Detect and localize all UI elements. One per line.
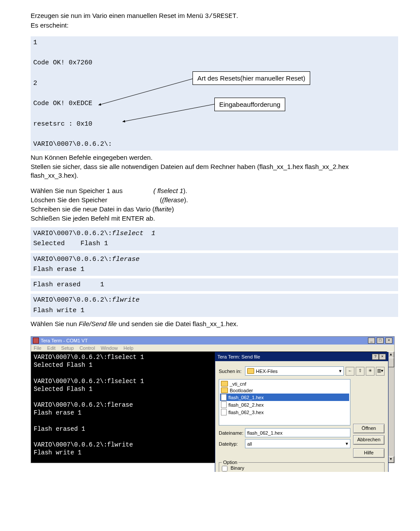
send-file-dialog: Tera Term: Send file ? × Suchen in: HEX-… <box>215 352 388 472</box>
code-block-2d: VARIO\0007\0.0.6.2\:flwrite Flash write … <box>31 294 398 317</box>
code-block-2a: VARIO\0007\0.0.6.2\:flselect 1 Selected … <box>31 227 398 250</box>
filename-label: Dateiname: <box>219 430 245 436</box>
callout-prompt: Eingabeaufforderung <box>214 98 285 111</box>
paragraph-commands-info: Nun Können Befehle eingegeben werden. St… <box>31 153 398 180</box>
list-item[interactable]: flash_062_3.hex <box>220 408 349 416</box>
help-button[interactable]: Hilfe <box>353 448 385 458</box>
maximize-button[interactable]: □ <box>377 338 384 344</box>
menu-file[interactable]: File <box>34 345 42 351</box>
binary-checkbox-label[interactable]: Binary <box>222 465 244 471</box>
dialog-title: Tera Term: Send file <box>217 354 260 359</box>
intro-text: Erzeugen sie nun im Vario einen manuelle… <box>31 12 205 19</box>
lookin-label: Suchen in: <box>219 369 245 374</box>
menu-setup[interactable]: Setup <box>61 345 74 351</box>
file-icon <box>221 394 227 401</box>
binary-checkbox[interactable] <box>222 466 228 471</box>
steps-block: Wählen Sie nun Speicher 1 aus ( flselect… <box>31 186 398 223</box>
folder-icon <box>221 381 228 387</box>
dialog-titlebar: Tera Term: Send file ? × <box>215 352 388 361</box>
menu-window[interactable]: Window <box>101 345 118 351</box>
chevron-down-icon: ▾ <box>339 368 342 374</box>
file-list[interactable]: _vti_cnf Bootloader flash_062_1.hex flas… <box>219 379 350 426</box>
callout-reset-type: Art des Resets(hier manueller Reset) <box>192 71 310 85</box>
view-menu-icon[interactable]: ▥▾ <box>376 367 385 376</box>
lookin-combo[interactable]: HEX-Files ▾ <box>245 366 344 376</box>
up-folder-icon[interactable]: ⇧ <box>356 367 364 376</box>
list-item-selected[interactable]: flash_062_1.hex <box>220 394 349 401</box>
list-item[interactable]: _vti_cnf <box>220 380 349 387</box>
menu-bar: File Edit Setup Control Window Help <box>31 345 394 352</box>
intro-line2: Es erscheint: <box>31 21 69 29</box>
file-icon <box>221 401 227 408</box>
filetype-label: Dateityp: <box>219 441 245 447</box>
scroll-thumb[interactable] <box>388 358 394 367</box>
chevron-down-icon: ▾ <box>346 441 348 447</box>
menu-help[interactable]: Help <box>123 345 133 351</box>
window-title: Tera Term - COM1 VT <box>41 338 88 343</box>
intro-paragraph: Erzeugen sie nun im Vario einen manuelle… <box>31 11 398 30</box>
dialog-help-button[interactable]: ? <box>372 354 379 360</box>
dialog-close-button[interactable]: × <box>379 354 386 360</box>
code-block-1-container: 1 Code OK! 0x7260 2 Code OK! 0xEDCE rese… <box>31 36 398 151</box>
new-folder-icon[interactable]: ✳ <box>366 367 374 376</box>
menu-edit[interactable]: Edit <box>47 345 56 351</box>
filename-field[interactable]: flash_062_1.hex <box>245 428 350 437</box>
close-button[interactable]: × <box>385 338 392 344</box>
back-icon[interactable]: ← <box>346 367 354 376</box>
option-group-label: Option <box>222 460 238 465</box>
filetype-combo[interactable]: all▾ <box>245 439 350 448</box>
code-block-1: 1 Code OK! 0x7260 2 Code OK! 0xEDCE rese… <box>31 36 398 151</box>
window-titlebar: Tera Term - COM1 VT _ □ × <box>31 337 394 345</box>
cancel-button[interactable]: Abbrechen <box>353 435 385 445</box>
option-group: Option Binary <box>219 462 385 472</box>
code-block-2b: VARIO\0007\0.0.6.2\:flerase Flash erase … <box>31 253 398 276</box>
teraterm-screenshot: Tera Term - COM1 VT _ □ × File Edit Setu… <box>31 336 395 463</box>
file-icon <box>221 409 227 415</box>
intro-dot: . <box>236 12 238 19</box>
list-item[interactable]: Bootloader <box>220 387 349 394</box>
open-button[interactable]: Öffnen <box>353 424 385 433</box>
menu-control[interactable]: Control <box>80 345 95 351</box>
list-item[interactable]: flash_062_2.hex <box>220 401 349 408</box>
scroll-up-icon[interactable]: ▲ <box>388 352 394 358</box>
lookin-value: HEX-Files <box>256 369 278 374</box>
folder-icon <box>247 368 254 374</box>
scroll-down-icon[interactable]: ▼ <box>388 456 394 463</box>
paragraph-send-file: Wählen Sie nun File/Send file und senden… <box>31 320 398 328</box>
minimize-button[interactable]: _ <box>368 338 375 344</box>
code-block-2c: Flash erased 1 <box>31 278 398 291</box>
intro-code: 3/5RESET <box>205 13 236 20</box>
folder-icon <box>221 387 228 393</box>
app-icon <box>33 338 39 344</box>
